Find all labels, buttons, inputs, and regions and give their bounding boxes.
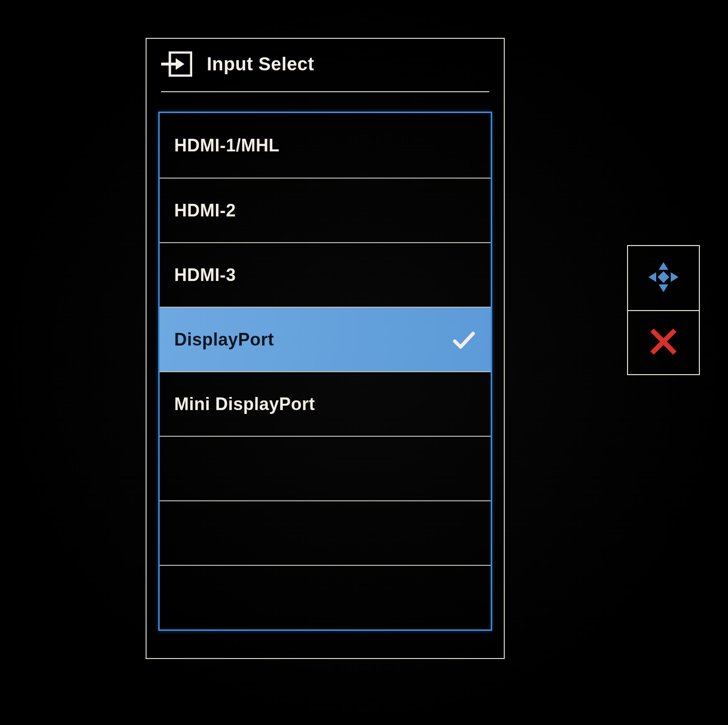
input-option-label: HDMI-2 [174,200,476,221]
input-list: HDMI-1/MHL HDMI-2 HDMI-3 DisplayPort [158,112,492,631]
input-displayport-item[interactable]: DisplayPort [160,307,491,371]
input-empty-slot [160,500,491,565]
input-empty-slot [160,565,491,629]
close-x-icon [649,327,678,358]
menu-title: Input Select [207,54,314,75]
osd-control-buttons [627,245,700,375]
menu-header: Input Select [161,51,489,92]
navigate-button[interactable] [628,246,699,310]
svg-marker-2 [176,58,184,70]
navigate-joystick-icon [646,260,680,296]
input-option-label: DisplayPort [174,330,452,350]
input-option-label: Mini DisplayPort [174,394,476,414]
checkmark-icon [452,328,476,352]
svg-marker-5 [648,272,656,282]
svg-marker-4 [659,284,668,292]
osd-screen: Input Select HDMI-1/MHL HDMI-2 HDMI-3 [0,0,728,725]
input-hdmi1-mhl-item[interactable]: HDMI-1/MHL [160,113,491,178]
input-option-label: HDMI-3 [174,265,476,285]
svg-marker-3 [659,262,668,270]
input-mini-displayport-item[interactable]: Mini DisplayPort [160,371,491,436]
svg-marker-7 [658,271,669,283]
input-hdmi3-item[interactable]: HDMI-3 [160,242,491,307]
input-empty-slot [160,436,491,500]
input-select-menu: Input Select HDMI-1/MHL HDMI-2 HDMI-3 [146,38,505,659]
input-option-label: HDMI-1/MHL [174,135,476,156]
close-button[interactable] [628,310,699,374]
input-source-icon [161,51,192,77]
svg-marker-6 [671,272,678,282]
input-hdmi2-item[interactable]: HDMI-2 [160,178,491,242]
